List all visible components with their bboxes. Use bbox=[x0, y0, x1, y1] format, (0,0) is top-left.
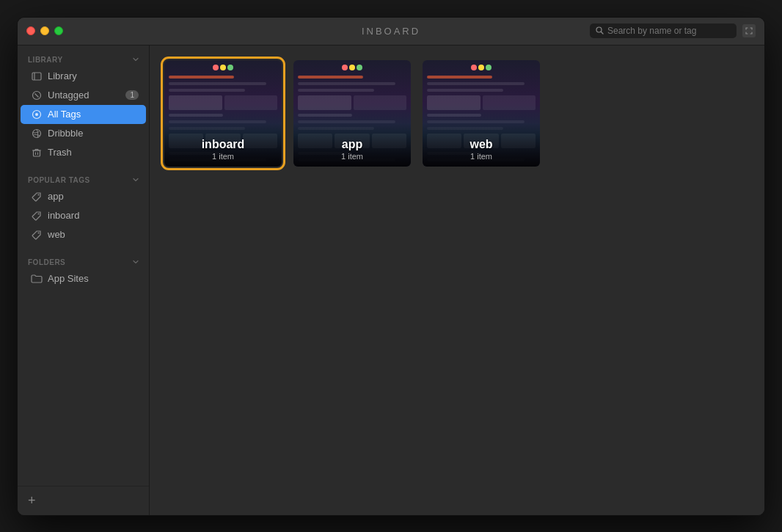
app-title: INBOARD bbox=[362, 26, 420, 37]
folder-app-sites-label: App Sites bbox=[48, 273, 89, 284]
card-subtitle: 1 item bbox=[212, 152, 234, 161]
svg-line-1 bbox=[602, 32, 604, 34]
search-bar[interactable] bbox=[590, 23, 737, 38]
sidebar-item-library[interactable]: Library bbox=[21, 67, 146, 86]
card-grid: inboard 1 item bbox=[164, 60, 750, 167]
sidebar-item-folder-app-sites[interactable]: App Sites bbox=[21, 269, 146, 288]
folders-section-header: FOLDERS bbox=[18, 255, 149, 269]
minimize-button[interactable] bbox=[40, 26, 49, 35]
app-window: INBOARD bbox=[17, 17, 765, 516]
svg-point-7 bbox=[35, 113, 38, 116]
popular-tags-section: POPULAR TAGS app bbox=[18, 166, 149, 248]
folders-label: FOLDERS bbox=[28, 258, 65, 266]
maximize-button[interactable] bbox=[54, 26, 63, 35]
card-title: inboard bbox=[202, 138, 245, 151]
card-title: app bbox=[342, 138, 362, 151]
svg-point-18 bbox=[38, 232, 40, 233]
sidebar: LIBRARY Library bbox=[18, 45, 150, 515]
card-thumbnail: web 1 item bbox=[423, 60, 540, 167]
sidebar-item-trash[interactable]: Trash bbox=[21, 143, 146, 162]
svg-point-8 bbox=[33, 129, 41, 137]
tag-app-label: app bbox=[48, 191, 64, 202]
svg-point-16 bbox=[38, 194, 40, 195]
sidebar-item-tag-inboard[interactable]: inboard bbox=[21, 206, 146, 225]
tag-icon bbox=[31, 210, 43, 222]
dribbble-icon bbox=[31, 128, 43, 139]
tag-web-label: web bbox=[48, 229, 65, 240]
svg-rect-2 bbox=[32, 73, 41, 80]
main-layout: LIBRARY Library bbox=[18, 45, 764, 515]
tag-icon bbox=[31, 191, 43, 203]
content-area: inboard 1 item bbox=[150, 45, 764, 515]
card-thumbnail: app 1 item bbox=[293, 60, 411, 167]
svg-point-0 bbox=[596, 27, 602, 32]
untagged-badge: 1 bbox=[125, 90, 139, 100]
card-app-card[interactable]: app 1 item bbox=[293, 60, 411, 167]
sidebar-item-all-tags[interactable]: All Tags bbox=[21, 105, 146, 124]
card-inboard-card[interactable]: inboard 1 item bbox=[164, 60, 282, 167]
sidebar-item-dribbble[interactable]: Dribbble bbox=[21, 124, 146, 143]
fullscreen-button[interactable] bbox=[742, 24, 756, 37]
traffic-lights bbox=[26, 26, 63, 35]
svg-line-5 bbox=[35, 93, 39, 97]
library-label: Library bbox=[48, 70, 77, 81]
sidebar-bottom: + bbox=[18, 486, 149, 515]
titlebar: INBOARD bbox=[18, 18, 764, 45]
popular-tags-header: POPULAR TAGS bbox=[18, 173, 149, 187]
chevron-down-icon bbox=[133, 177, 139, 183]
titlebar-right bbox=[590, 23, 756, 38]
untagged-label: Untagged bbox=[48, 90, 89, 101]
chevron-down-icon bbox=[133, 57, 139, 62]
chevron-down-icon bbox=[133, 259, 139, 265]
library-section: LIBRARY Library bbox=[18, 45, 149, 166]
card-thumbnail: inboard 1 item bbox=[164, 60, 282, 167]
tag-inboard-label: inboard bbox=[48, 210, 79, 221]
trash-label: Trash bbox=[48, 147, 72, 158]
sidebar-item-tag-web[interactable]: web bbox=[21, 225, 146, 244]
folder-icon bbox=[31, 273, 43, 285]
dribbble-label: Dribbble bbox=[48, 128, 83, 139]
close-button[interactable] bbox=[26, 26, 35, 35]
card-web-card[interactable]: web 1 item bbox=[423, 60, 540, 167]
add-button[interactable]: + bbox=[28, 493, 36, 508]
sidebar-item-tag-app[interactable]: app bbox=[21, 187, 146, 206]
search-input[interactable] bbox=[607, 26, 731, 36]
sidebar-item-untagged[interactable]: Untagged 1 bbox=[21, 86, 146, 105]
svg-rect-9 bbox=[34, 150, 40, 156]
library-section-label: LIBRARY bbox=[28, 56, 63, 64]
trash-icon bbox=[31, 147, 43, 158]
folders-section: FOLDERS App Sites bbox=[18, 248, 149, 292]
popular-tags-label: POPULAR TAGS bbox=[28, 176, 90, 184]
all-tags-label: All Tags bbox=[48, 109, 81, 120]
untagged-icon bbox=[31, 90, 43, 101]
library-icon bbox=[31, 70, 43, 82]
card-title: web bbox=[469, 138, 492, 151]
all-tags-icon bbox=[31, 109, 43, 120]
tag-icon bbox=[31, 229, 43, 241]
library-section-header: LIBRARY bbox=[18, 53, 149, 67]
search-icon bbox=[596, 26, 604, 36]
card-subtitle: 1 item bbox=[341, 152, 363, 161]
card-subtitle: 1 item bbox=[470, 152, 492, 161]
svg-point-17 bbox=[38, 213, 40, 214]
